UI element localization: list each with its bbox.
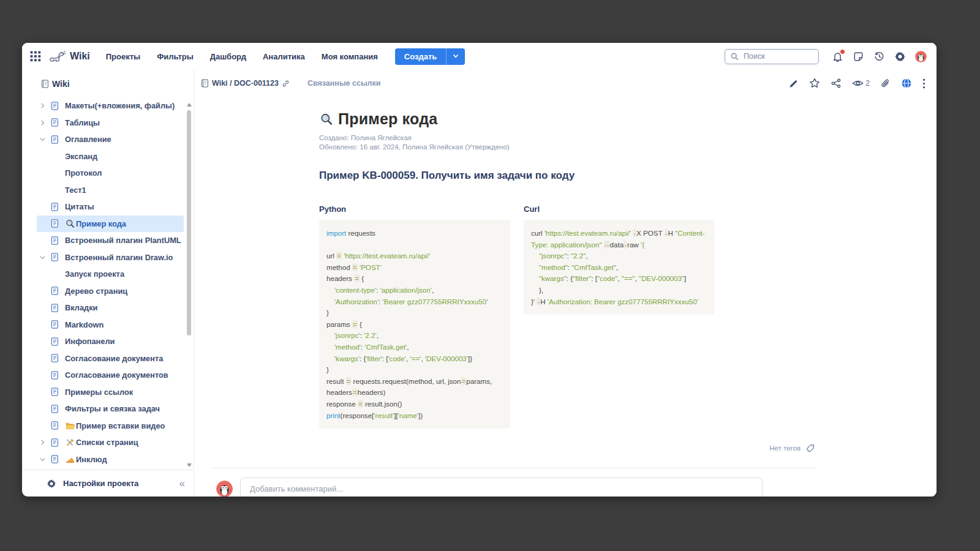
- tree-item[interactable]: Списки страниц: [37, 434, 184, 451]
- search-box[interactable]: [725, 49, 819, 64]
- doc-icon: [50, 236, 60, 246]
- dots-vertical-icon[interactable]: [922, 78, 925, 89]
- tree-item[interactable]: Фильтры и связка задач: [37, 400, 184, 418]
- tree-item-label: Макеты(+вложения, файлы): [65, 101, 175, 110]
- tree-item[interactable]: Согласование документов: [37, 367, 184, 384]
- project-settings-button[interactable]: Настройки проекта: [63, 479, 138, 488]
- nav-item-3[interactable]: Дашборд: [210, 52, 246, 61]
- chevron-right-icon[interactable]: [39, 119, 50, 126]
- tree-child-item[interactable]: Тест1: [37, 182, 184, 199]
- document-actions: 2: [788, 78, 925, 89]
- tree-item-label: Запуск проекта: [65, 269, 124, 279]
- tree-item[interactable]: Цитаты: [37, 198, 184, 216]
- nav-item-5[interactable]: Моя компания: [322, 52, 378, 61]
- doc-icon: [50, 219, 60, 228]
- create-button-label[interactable]: Создать: [395, 48, 446, 65]
- star-icon[interactable]: [809, 78, 820, 89]
- dino-logo-icon[interactable]: [48, 49, 66, 64]
- collapse-sidebar-button[interactable]: «: [179, 478, 185, 489]
- scrollbar-up-arrow[interactable]: [187, 103, 192, 107]
- document-scroll-area[interactable]: Пример кода Создано: Полина Яглейская Об…: [194, 97, 937, 497]
- tree-item[interactable]: Инклюд: [37, 451, 184, 468]
- chevron-down-icon[interactable]: [39, 254, 50, 261]
- tree-item-label: Фильтры и связка задач: [65, 404, 160, 413]
- code-line: [326, 239, 503, 251]
- paperclip-icon[interactable]: [880, 78, 891, 89]
- tree-item[interactable]: Пример кода: [37, 216, 184, 233]
- tree-item[interactable]: Встроенный плагин PlantUML: [37, 232, 184, 249]
- user-avatar[interactable]: [915, 51, 927, 62]
- tree-item[interactable]: Таблицы: [37, 114, 184, 132]
- doc-icon: [50, 370, 60, 380]
- comment-input[interactable]: [240, 478, 763, 497]
- tree-item[interactable]: Markdown: [37, 317, 184, 334]
- related-links-button[interactable]: Связанные ссылки: [307, 79, 381, 88]
- tree-item[interactable]: Согласование документа: [37, 350, 184, 367]
- code-box[interactable]: curl 'https://test.evateam.ru/api/' -X P…: [524, 220, 715, 315]
- tree-item[interactable]: Дерево страниц: [37, 283, 184, 300]
- search-input[interactable]: [744, 52, 813, 61]
- document-content: Пример кода Создано: Полина Яглейская Об…: [194, 97, 825, 497]
- main-nav: ПроектыФильтрыДашбордАналитикаМоя компан…: [106, 52, 378, 61]
- code-box[interactable]: import requests url = 'https://test.evat…: [319, 220, 510, 429]
- tree-item[interactable]: Инфопанели: [37, 333, 184, 350]
- create-button[interactable]: Создать: [395, 48, 465, 65]
- user-avatar: [216, 481, 233, 497]
- tree-item[interactable]: Встроенный плагин Draw.io: [37, 249, 184, 266]
- tree-item[interactable]: Оглавление: [37, 131, 184, 148]
- page-title: Пример кода: [338, 110, 437, 128]
- link-icon[interactable]: [281, 79, 290, 88]
- apps-grid-icon[interactable]: [29, 50, 42, 62]
- updated-line: Обновлено: 16 авг. 2024, Полина Яглейска…: [319, 143, 825, 152]
- section-heading: Пример KB-000059. Получить имя задачи по…: [319, 170, 825, 182]
- globe-icon[interactable]: [901, 78, 912, 89]
- tree-item-label: Экспанд: [65, 152, 97, 161]
- doc-icon: [50, 286, 60, 296]
- magnifier-icon: [319, 112, 334, 127]
- create-dropdown-chevron-icon[interactable]: [446, 48, 465, 65]
- code-line: params = {: [326, 319, 503, 331]
- chevron-down-icon[interactable]: [39, 136, 50, 143]
- brand-title[interactable]: Wiki: [70, 51, 90, 62]
- chevron-down-icon[interactable]: [39, 456, 50, 463]
- sidebar-header[interactable]: Wiki: [22, 70, 194, 94]
- document-toolbar: Wiki / DOC-001123 Связанные ссылки 2: [194, 70, 937, 97]
- note-icon[interactable]: [853, 51, 864, 62]
- code-line: method = 'POST': [326, 262, 503, 274]
- eye-icon[interactable]: 2: [852, 78, 870, 88]
- tree-item-label: Вкладки: [65, 303, 97, 312]
- history-icon[interactable]: [873, 51, 885, 62]
- tree-item-label: Тест1: [65, 186, 86, 195]
- tree-item-label: Списки страниц: [76, 438, 138, 447]
- breadcrumb-text[interactable]: Wiki / DOC-001123: [212, 79, 279, 88]
- nav-item-2[interactable]: Фильтры: [157, 52, 194, 61]
- tree-item[interactable]: Вкладки: [37, 299, 184, 317]
- bell-icon[interactable]: [832, 51, 843, 62]
- tree-item[interactable]: Примеры ссылок: [37, 384, 184, 401]
- tree-item[interactable]: Макеты(+вложения, файлы): [37, 97, 184, 114]
- topbar-right: [725, 49, 927, 64]
- tree-child-item[interactable]: Экспанд: [37, 148, 184, 165]
- search-icon: [730, 52, 739, 61]
- nav-item-1[interactable]: Проекты: [106, 52, 140, 61]
- sidebar-scrollbar[interactable]: [186, 102, 192, 468]
- no-tags-label: Нет тегов: [769, 444, 801, 452]
- tree-child-item[interactable]: Протокол: [37, 165, 184, 182]
- pencil-icon[interactable]: [788, 78, 799, 89]
- tree-child-item[interactable]: Запуск проекта: [37, 266, 184, 283]
- gear-icon[interactable]: [894, 51, 906, 62]
- nav-item-4[interactable]: Аналитика: [263, 52, 305, 61]
- scrollbar-thumb[interactable]: [187, 110, 191, 335]
- comment-divider: [212, 468, 815, 468]
- code-line: "kwargs": {"filter": ["code", "==", "DEV…: [531, 273, 707, 285]
- share-icon[interactable]: [831, 78, 842, 89]
- breadcrumb[interactable]: Wiki / DOC-001123: [200, 78, 290, 88]
- chevron-right-icon[interactable]: [39, 439, 50, 446]
- tree-item[interactable]: Пример вставки видео: [37, 418, 184, 435]
- doc-icon: [50, 454, 60, 464]
- tree-item-label: Цитаты: [65, 202, 94, 211]
- chevron-right-icon[interactable]: [39, 102, 50, 109]
- tag-icon[interactable]: [805, 443, 815, 453]
- wedge-icon: [65, 455, 75, 464]
- scrollbar-down-arrow[interactable]: [187, 463, 192, 467]
